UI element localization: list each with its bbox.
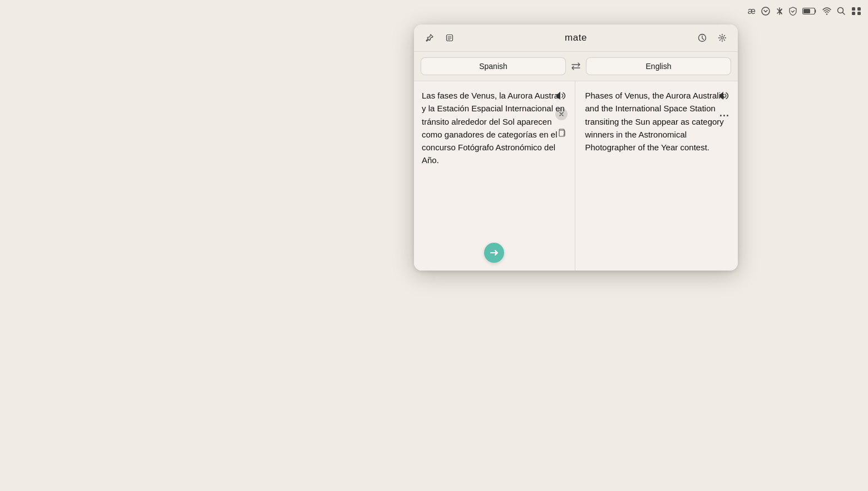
source-actions (554, 88, 569, 140)
copy-source-button[interactable] (554, 125, 569, 140)
pin-button[interactable] (422, 30, 437, 46)
pocket-icon[interactable] (761, 7, 770, 16)
search-icon[interactable] (837, 7, 846, 16)
svg-rect-8 (857, 12, 861, 15)
translation-panels: Las fases de Venus, la Aurora Austral y … (414, 81, 738, 271)
wifi-icon[interactable] (822, 7, 831, 15)
svg-rect-7 (852, 12, 855, 15)
svg-point-0 (762, 7, 770, 15)
source-language-button[interactable]: Spanish (421, 57, 566, 75)
shield-icon[interactable] (789, 7, 797, 16)
svg-rect-6 (857, 7, 861, 11)
svg-point-3 (826, 13, 827, 14)
translator-window: mate Spanish English (414, 24, 738, 271)
ae-icon[interactable]: æ (748, 6, 756, 16)
titlebar-right (694, 30, 730, 46)
target-actions: ··· (717, 88, 732, 124)
target-panel: Phases of Venus, the Aurora Australis an… (575, 81, 738, 271)
bluetooth-icon[interactable] (776, 7, 783, 16)
svg-point-11 (721, 37, 723, 39)
title-bar: mate (414, 24, 738, 52)
language-bar: Spanish English (414, 52, 738, 81)
battery-icon[interactable] (802, 7, 817, 15)
source-text-input[interactable]: Las fases de Venus, la Aurora Austral y … (422, 89, 567, 200)
svg-rect-5 (852, 7, 855, 11)
target-language-button[interactable]: English (586, 57, 731, 75)
notes-button[interactable] (442, 30, 457, 46)
app-title: mate (462, 32, 690, 43)
settings-button[interactable] (714, 30, 730, 46)
swap-languages-button[interactable] (566, 56, 586, 76)
menubar: æ (690, 0, 868, 22)
clear-text-button[interactable] (555, 108, 568, 120)
translation-output: Phases of Venus, the Aurora Australis an… (585, 89, 731, 154)
svg-rect-2 (803, 9, 810, 13)
control-center-icon[interactable] (851, 7, 861, 16)
more-options-button[interactable]: ··· (717, 108, 732, 124)
translate-button[interactable] (484, 243, 504, 263)
history-button[interactable] (694, 30, 710, 46)
target-speaker-button[interactable] (717, 88, 732, 104)
source-speaker-button[interactable] (554, 88, 569, 104)
titlebar-left (422, 30, 457, 46)
source-panel: Las fases de Venus, la Aurora Austral y … (414, 81, 575, 271)
